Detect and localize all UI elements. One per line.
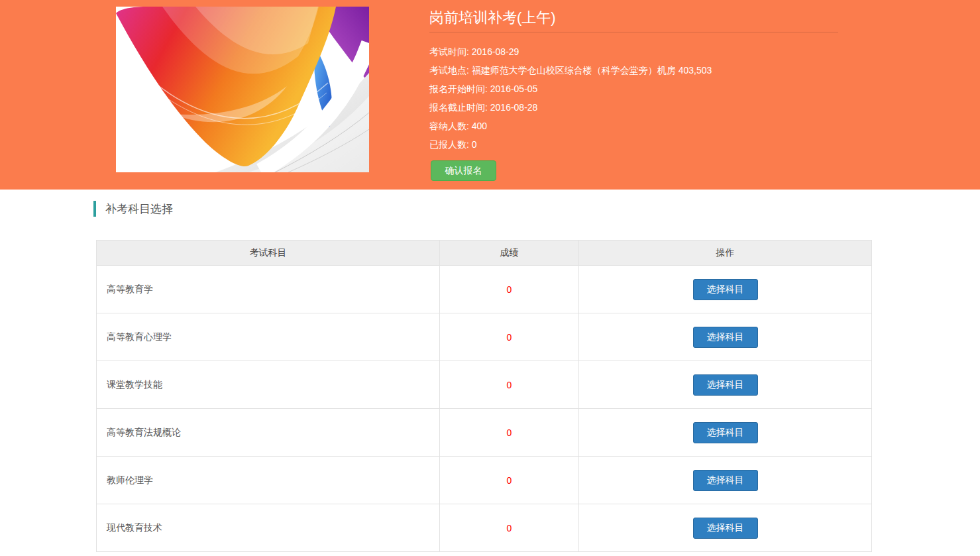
action-cell: 选择科目 — [579, 313, 872, 361]
select-subject-button[interactable]: 选择科目 — [693, 470, 758, 491]
score-value: 0 — [440, 457, 579, 504]
score-value: 0 — [440, 409, 579, 457]
select-subject-button[interactable]: 选择科目 — [693, 518, 758, 539]
table-row: 高等教育法规概论 0 选择科目 — [97, 409, 872, 457]
subject-name: 课堂教学技能 — [97, 361, 440, 409]
table-header-row: 考试科目 成绩 操作 — [97, 241, 872, 266]
select-subject-button[interactable]: 选择科目 — [693, 279, 758, 300]
score-value: 0 — [440, 361, 579, 409]
subject-name: 现代教育技术 — [97, 504, 440, 552]
subjects-table: 考试科目 成绩 操作 高等教育学 0 选择科目 高等教育心理学 0 选择科目 课… — [96, 240, 872, 552]
section-title: 补考科目选择 — [105, 201, 173, 217]
page-title: 岗前培训补考(上午) — [429, 8, 853, 28]
action-cell: 选择科目 — [579, 361, 872, 409]
table-row: 教师伦理学 0 选择科目 — [97, 457, 872, 504]
detail-register-start: 报名开始时间: 2016-05-05 — [429, 80, 853, 98]
col-header-subject: 考试科目 — [97, 241, 440, 266]
col-header-action: 操作 — [579, 241, 872, 266]
detail-capacity: 容纳人数: 400 — [429, 117, 853, 135]
score-value: 0 — [440, 266, 579, 313]
subject-name: 高等教育学 — [97, 266, 440, 313]
detail-register-end: 报名截止时间: 2016-08-28 — [429, 98, 853, 117]
abstract-art-graphic — [116, 7, 369, 172]
section-header: 补考科目选择 — [93, 201, 980, 217]
detail-registered-count: 已报人数: 0 — [429, 135, 853, 154]
select-subject-button[interactable]: 选择科目 — [693, 374, 758, 396]
table-row: 课堂教学技能 0 选择科目 — [97, 361, 872, 409]
table-row: 现代教育技术 0 选择科目 — [97, 504, 872, 552]
event-details-list: 考试时间: 2016-08-29 考试地点: 福建师范大学仓山校区综合楼（科学会… — [429, 42, 853, 154]
action-cell: 选择科目 — [579, 504, 872, 552]
action-cell: 选择科目 — [579, 457, 872, 504]
action-cell: 选择科目 — [579, 409, 872, 457]
detail-exam-time: 考试时间: 2016-08-29 — [429, 42, 853, 61]
confirm-register-button[interactable]: 确认报名 — [431, 160, 496, 181]
detail-exam-location: 考试地点: 福建师范大学仓山校区综合楼（科学会堂旁）机房 403,503 — [429, 61, 853, 80]
score-value: 0 — [440, 504, 579, 552]
event-header: 岗前培训补考(上午) 考试时间: 2016-08-29 考试地点: 福建师范大学… — [0, 0, 980, 190]
score-value: 0 — [440, 313, 579, 361]
table-row: 高等教育学 0 选择科目 — [97, 266, 872, 313]
event-info-panel: 岗前培训补考(上午) 考试时间: 2016-08-29 考试地点: 福建师范大学… — [429, 0, 853, 181]
event-cover-image — [116, 7, 369, 172]
subject-name: 高等教育法规概论 — [97, 409, 440, 457]
select-subject-button[interactable]: 选择科目 — [693, 327, 758, 348]
subject-name: 高等教育心理学 — [97, 313, 440, 361]
select-subject-button[interactable]: 选择科目 — [693, 422, 758, 443]
action-cell: 选择科目 — [579, 266, 872, 313]
table-row: 高等教育心理学 0 选择科目 — [97, 313, 872, 361]
col-header-score: 成绩 — [440, 241, 579, 266]
section-accent-bar — [93, 201, 96, 217]
subject-name: 教师伦理学 — [97, 457, 440, 504]
title-divider — [429, 32, 838, 32]
